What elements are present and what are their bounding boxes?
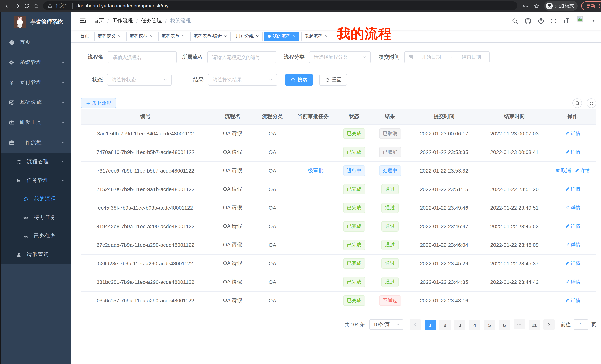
breadcrumb-separator: / [136,18,138,24]
page-button-2[interactable]: 2 [440,320,451,330]
browser-back-icon[interactable] [4,3,10,9]
show-search-button[interactable] [572,98,582,108]
process-name-input[interactable] [108,51,177,63]
close-icon[interactable] [292,34,296,38]
close-icon[interactable] [181,34,185,38]
page-button-1[interactable]: 1 [425,320,436,330]
sidebar-item-my-process[interactable]: 我的流程 [1,190,71,208]
password-key-icon[interactable] [523,3,529,9]
task-link[interactable]: 一级审批 [303,167,323,173]
bookmark-star-icon[interactable] [534,3,540,9]
close-icon[interactable] [256,34,259,38]
tab-label: 发起流程 [305,33,322,39]
breadcrumb-item[interactable]: 任务管理 [141,18,162,24]
sidebar-item-done-task[interactable]: 已办任务 [1,227,71,245]
process-category-select[interactable]: 请选择流程分类 [309,51,371,63]
column-header: 结果 [372,109,408,124]
page-button-3[interactable]: 3 [454,320,465,330]
sidebar-item-task-manage[interactable]: 任务管理 [1,171,71,190]
status-select[interactable]: 请选择状态 [107,74,172,86]
tab-用户分组[interactable]: 用户分组 [232,31,263,41]
close-icon[interactable] [149,34,153,38]
detail-action-link[interactable]: 详情 [565,279,580,285]
avatar-caret-down-icon[interactable] [591,19,596,23]
column-header: 结束时间 [480,109,549,124]
tab-我的流程[interactable]: 我的流程 [264,31,299,41]
browser-home-icon[interactable] [33,3,39,9]
end-date-placeholder[interactable]: 结束日期 [453,54,489,60]
browser-reload-icon[interactable] [24,3,30,9]
github-icon[interactable] [524,17,531,24]
user-avatar[interactable] [576,15,588,27]
create-process-button[interactable]: 发起流程 [81,98,116,108]
close-icon[interactable] [324,34,328,38]
tab-流程模型[interactable]: 流程模型 [126,31,156,41]
next-page-button[interactable] [543,319,555,330]
detail-action-link[interactable]: 详情 [565,204,580,211]
table-row: 7470a810-7b9b-11ec-b5b7-acde48001122OA 请… [81,143,596,161]
browser-update-button[interactable]: 更新 [581,1,601,10]
sidebar-item-home[interactable]: 首页 [1,32,71,52]
detail-action-link[interactable]: 详情 [565,241,580,248]
page-button-4[interactable]: 4 [469,320,480,330]
page-button-6[interactable]: 6 [499,320,510,330]
result-select[interactable]: 请选择流结果 [208,74,277,86]
tab-流程表单[interactable]: 流程表单 [158,31,188,41]
pagination-total: 共 104 条 [344,321,365,328]
close-icon[interactable] [117,34,121,38]
detail-action-link[interactable]: 详情 [565,260,580,267]
sidebar-item-workflow[interactable]: 工作流程 [1,133,71,153]
detail-action-link[interactable]: 详情 [574,167,590,174]
sidebar-item-system[interactable]: 系统管理 [1,52,71,72]
detail-action-link[interactable]: 详情 [565,149,580,155]
tab-流程表单-编辑[interactable]: 流程表单-编辑 [190,31,231,41]
app-logo[interactable]: 芋道管理系统 [1,11,71,32]
sidebar-collapse-icon[interactable] [80,18,86,24]
tab-首页[interactable]: 首页 [77,31,92,41]
browser-forward-icon[interactable] [14,3,20,9]
detail-action-link[interactable]: 详情 [565,130,580,137]
cell-status: 已完成 [337,180,372,199]
sidebar-item-leave-query[interactable]: 请假查询 [1,245,71,264]
start-date-placeholder[interactable]: 开始日期 [413,54,449,60]
prev-page-button[interactable] [410,319,421,330]
help-icon[interactable] [538,18,544,24]
cell-id: 7470a810-7b9b-11ec-b5b7-acde48001122 [81,143,210,161]
page-jump-input[interactable] [573,319,588,330]
fullscreen-icon[interactable] [551,18,557,24]
detail-action-link[interactable]: 详情 [565,186,580,192]
cell-submit-time: 2022-01-22 23:51:15 [408,180,480,199]
chevron-down-icon [163,77,168,82]
detail-action-link[interactable]: 详情 [565,297,580,304]
sidebar-item-process-manage[interactable]: 流程管理 [1,153,71,171]
cell-category: OA [255,291,290,310]
process-definition-input[interactable] [207,51,276,63]
search-button[interactable]: 搜索 [285,74,313,86]
tab-流程定义[interactable]: 流程定义 [94,31,124,41]
cell-id: 819442e8-7b9a-11ec-a290-acde48001122 [81,217,210,236]
reset-button[interactable]: 重置 [320,74,347,86]
more-pages-button[interactable] [514,319,525,329]
sidebar-item-devtools[interactable]: 研发工具 [1,112,71,133]
breadcrumb-item[interactable]: 工作流程 [112,18,133,24]
face-icon [23,196,29,202]
detail-action-link[interactable]: 详情 [565,223,580,230]
font-size-icon[interactable]: TT [563,17,570,25]
sidebar-item-infra[interactable]: 基础设施 [1,92,71,112]
close-icon[interactable] [224,34,227,38]
breadcrumb-item[interactable]: 首页 [94,18,104,24]
address-bar[interactable]: 不安全 dashboard.yudao.iocoder.cn/bpm/task/… [43,1,517,10]
tab-label: 流程表单 [161,33,180,39]
search-icon[interactable] [512,18,518,24]
browser-menu-icon[interactable] [597,3,601,8]
sidebar-item-payment[interactable]: ¥支付管理 [1,72,71,92]
tab-发起流程[interactable]: 发起流程 [301,31,331,41]
cancel-action-link[interactable]: 取消 [555,167,571,174]
page-button-5[interactable]: 5 [484,320,495,330]
refresh-table-button[interactable] [587,98,596,108]
sidebar-item-todo-task[interactable]: 待办任务 [1,208,71,227]
page-size-select[interactable]: 10条/页 [369,319,403,330]
submit-time-range-picker[interactable]: 开始日期 - 结束日期 [404,51,490,63]
tabs-bar: 首页流程定义流程模型流程表单流程表单-编辑用户分组我的流程发起流程 [71,30,601,43]
page-button-11[interactable]: 11 [529,320,540,330]
